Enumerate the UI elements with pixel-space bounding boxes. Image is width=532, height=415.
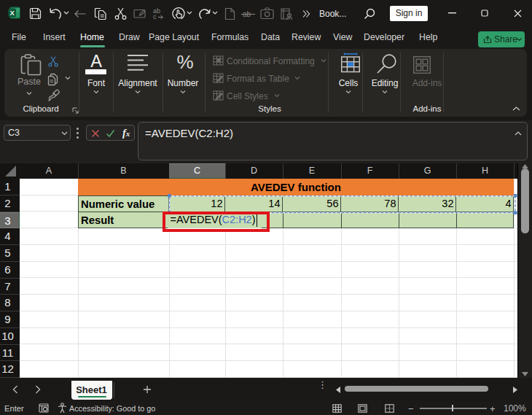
svg-text:X: X bbox=[10, 9, 15, 17]
svg-text:c: c bbox=[153, 13, 157, 20]
